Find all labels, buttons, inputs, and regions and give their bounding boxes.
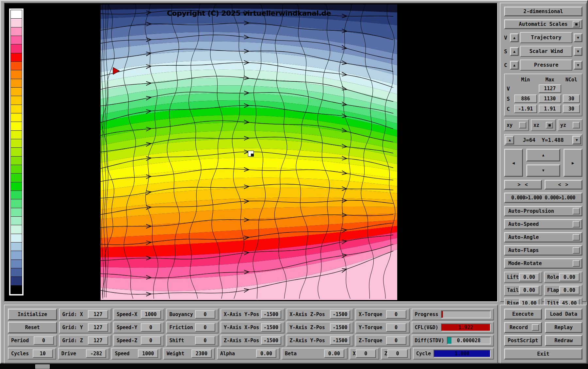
slice-down-button[interactable]: ▼: [572, 136, 581, 144]
label-x-axis-y-pos: X-Axis Y-Pos: [224, 311, 259, 317]
scale-s-min[interactable]: 886: [514, 94, 537, 103]
param-group-flap: Flap0.00: [544, 285, 582, 296]
param-value-tail[interactable]: 0.00: [519, 286, 539, 294]
value-shift[interactable]: 0: [195, 336, 215, 345]
parameter-panel: InitializeGrid: X127Speed-X1000Buoyancy0…: [4, 305, 498, 363]
reset-button[interactable]: Reset: [8, 322, 57, 333]
selector-s-down-button[interactable]: ▼: [574, 47, 582, 56]
plane-toggle-xz[interactable]: xz: [531, 119, 556, 131]
mode-rotate-indicator: [573, 260, 580, 267]
selector-s-field[interactable]: Scalar Wind: [520, 46, 572, 57]
value-cycles[interactable]: 10: [33, 349, 53, 358]
execute-button[interactable]: Execute: [504, 309, 542, 320]
value-z[interactable]: 0: [387, 349, 408, 358]
scale-s-ncol[interactable]: 30: [563, 94, 580, 103]
value-x-axis-z-pos[interactable]: -1500: [330, 310, 350, 319]
redraw-button[interactable]: Redraw: [545, 335, 583, 346]
auto-flaps-button[interactable]: Auto-Flaps: [504, 245, 582, 256]
scale-c-min[interactable]: -1.91: [514, 105, 537, 113]
value-friction[interactable]: 0: [195, 323, 215, 332]
label-buoyancy: Buoyancy: [170, 311, 193, 317]
mode-button[interactable]: 2-dimensional: [504, 7, 582, 16]
pan-up-button[interactable]: ▲: [526, 149, 560, 161]
plane-xy-indicator[interactable]: [519, 122, 526, 128]
param-value-role[interactable]: 0.00: [559, 273, 580, 281]
value-grid-y[interactable]: 127: [88, 323, 108, 332]
application-window: Copyright (C) 2025 virtuellerwindkanal.d…: [0, 0, 588, 364]
label-x: X: [353, 351, 356, 357]
value-z-torque[interactable]: 0: [386, 336, 406, 345]
value-y-axis-z-pos[interactable]: -1500: [330, 323, 350, 332]
value-x[interactable]: 0: [356, 349, 376, 358]
value-weight[interactable]: 2300: [191, 349, 212, 358]
param-value-flap[interactable]: 0.00: [559, 286, 580, 294]
selector-v-up-button[interactable]: ▲: [510, 33, 519, 42]
selector-s-up-button[interactable]: ▲: [510, 47, 519, 56]
colorbar-cell: [11, 208, 22, 217]
auto-propulsion-button[interactable]: Auto-Propulsion: [504, 206, 582, 216]
plane-xz-indicator[interactable]: [546, 122, 553, 128]
value-z-axis-x-pos[interactable]: -1500: [261, 336, 281, 345]
auto-angle-button[interactable]: Auto-Angle: [504, 232, 582, 243]
value-y-axis-x-pos[interactable]: -1500: [261, 323, 281, 332]
pan-left-button[interactable]: ◀: [504, 149, 523, 177]
value-z-axis-y-pos[interactable]: -1500: [330, 336, 350, 345]
group-cfl-v-d: CFL(V&D)1.922: [412, 322, 494, 333]
colorbar-cell: [11, 36, 22, 44]
label-period: Period: [11, 338, 29, 344]
value-speed[interactable]: 1000: [138, 349, 158, 358]
colorbar-cell: [11, 182, 22, 191]
replay-button[interactable]: Replay: [545, 322, 583, 333]
value-buoyancy[interactable]: 0: [195, 310, 215, 319]
parameter-row: InitializeGrid: X127Speed-X1000Buoyancy0…: [8, 309, 494, 320]
value-grid-z[interactable]: 127: [88, 336, 108, 345]
plane-toggle-xy[interactable]: xy: [504, 119, 529, 131]
value-beta[interactable]: 0.00: [324, 349, 344, 358]
scale-c-max[interactable]: 1.91: [539, 105, 562, 113]
selector-v-down-button[interactable]: ▼: [574, 33, 582, 42]
value-speed-z[interactable]: 0: [141, 336, 161, 345]
zoom-out-button[interactable]: < >: [545, 180, 582, 190]
zoom-in-button[interactable]: > <: [504, 180, 542, 190]
plane-toggle-yz[interactable]: yz: [558, 119, 582, 131]
exit-button[interactable]: Exit: [504, 348, 582, 360]
value-speed-x[interactable]: 1000: [141, 310, 161, 319]
selector-c-up-button[interactable]: ▲: [510, 61, 519, 70]
scale-s-max[interactable]: 1130: [539, 94, 562, 103]
label-shift: Shift: [170, 338, 184, 344]
slice-value: J=64 Y=1.488: [516, 137, 571, 143]
group-diff-stdv: Diff(STDV)0.000028: [412, 335, 494, 346]
load-data-button[interactable]: Load Data: [545, 309, 583, 320]
label-z-torque: Z-Torque: [359, 338, 382, 344]
record-button[interactable]: Record: [504, 322, 542, 333]
selector-v-field[interactable]: Trajectory: [520, 32, 572, 43]
scale-v-max[interactable]: 1127: [539, 84, 562, 93]
selector-c-down-button[interactable]: ▼: [574, 61, 582, 70]
value-x-axis-y-pos[interactable]: -1500: [261, 310, 281, 319]
auto-speed-button[interactable]: Auto-Speed: [504, 219, 582, 229]
slice-up-button[interactable]: ▲: [505, 136, 514, 144]
taskbar-item[interactable]: [35, 364, 50, 369]
value-speed-y[interactable]: 0: [141, 323, 161, 332]
label-speed: Speed: [115, 351, 129, 357]
value-alpha[interactable]: 0.00: [256, 349, 276, 358]
value-x-torque[interactable]: 0: [386, 310, 406, 319]
automatic-scales-button[interactable]: Automatic Scales: [504, 19, 582, 29]
flow-field-canvas[interactable]: Copyright (C) 2025 virtuellerwindkanal.d…: [101, 5, 397, 300]
initialize-button[interactable]: Initialize: [8, 309, 57, 320]
value-drive[interactable]: -282: [86, 349, 106, 358]
param-value-lift[interactable]: 0.00: [519, 273, 539, 281]
value-y-torque[interactable]: 0: [386, 323, 406, 332]
scale-c-ncol[interactable]: 30: [563, 105, 580, 113]
param-label-flap: Flap: [547, 287, 559, 293]
pan-right-button[interactable]: ▶: [564, 149, 582, 177]
pan-down-button[interactable]: ▼: [526, 164, 560, 177]
selector-c-field[interactable]: Pressure: [520, 59, 572, 71]
mode-rotate-button[interactable]: Mode-Rotate: [504, 258, 582, 269]
plane-yz-indicator[interactable]: [573, 122, 580, 128]
value-grid-x[interactable]: 127: [88, 310, 108, 319]
value-period[interactable]: 0: [34, 336, 54, 345]
group-drive: Drive-282: [58, 348, 110, 360]
postscript-button[interactable]: PostScript: [504, 335, 542, 346]
auto-speed-indicator: [573, 221, 580, 227]
